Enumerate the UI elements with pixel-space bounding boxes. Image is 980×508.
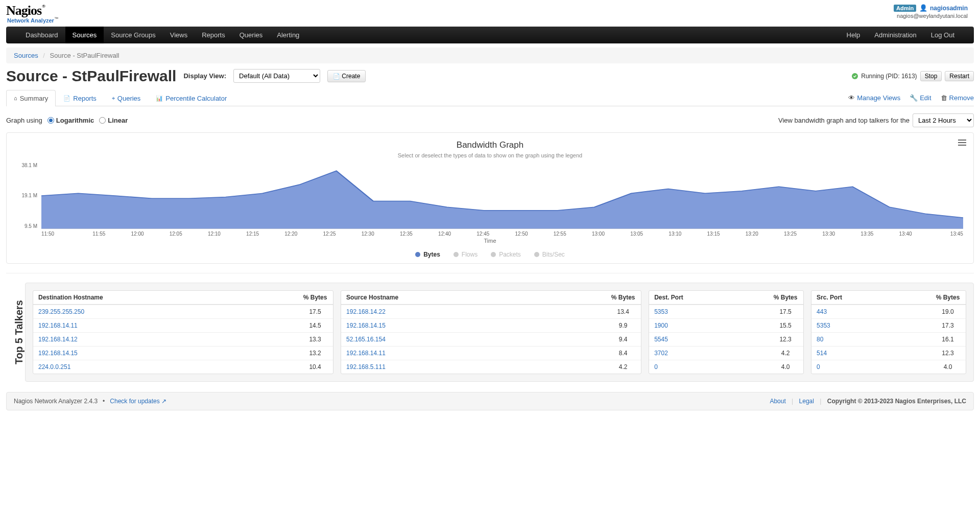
col-header[interactable]: Dest. Port	[649, 291, 768, 304]
product-version: Nagios Network Analyzer 2.4.3	[14, 398, 98, 405]
col-header[interactable]: % Bytes	[297, 291, 333, 304]
nav-item-queries[interactable]: Queries	[232, 27, 270, 43]
tab-percentile-calculator[interactable]: 📊Percentile Calculator	[148, 90, 234, 106]
manage-views-link[interactable]: 👁Manage Views	[848, 94, 900, 102]
col-header[interactable]: Source Hostname	[341, 291, 605, 304]
display-view-label: Display View:	[183, 72, 226, 80]
row-value: 13.4	[605, 305, 641, 318]
col-header[interactable]: % Bytes	[605, 291, 641, 304]
breadcrumb-root[interactable]: Sources	[14, 52, 38, 59]
nav-item-sources[interactable]: Sources	[65, 27, 104, 43]
legend-packets[interactable]: Packets	[491, 251, 521, 258]
row-link[interactable]: 5545	[649, 333, 768, 346]
nav-item-administration[interactable]: Administration	[867, 27, 923, 43]
row-link[interactable]: 0	[649, 360, 768, 374]
stop-button[interactable]: Stop	[920, 71, 942, 81]
row-link[interactable]: 80	[811, 333, 930, 346]
col-header[interactable]: Destination Hostname	[33, 291, 297, 304]
y-tick: 9.5 M	[17, 223, 39, 229]
nav-item-dashboard[interactable]: Dashboard	[18, 27, 65, 43]
tab-reports[interactable]: 📄Reports	[56, 90, 104, 106]
table-row: 192.168.14.118.4	[341, 346, 641, 360]
table-row: 8016.1	[811, 332, 966, 346]
table-row: 190015.5	[649, 318, 803, 332]
x-tick: 11:50	[41, 231, 80, 237]
time-range-select[interactable]: Last 2 Hours	[913, 113, 974, 127]
row-link[interactable]: 239.255.255.250	[33, 305, 297, 318]
nav-item-source-groups[interactable]: Source Groups	[104, 27, 162, 43]
external-link-icon: ↗	[161, 398, 166, 405]
bandwidth-chart-panel: Bandwidth Graph Select or deselect the t…	[6, 132, 974, 264]
row-link[interactable]: 192.168.5.111	[341, 360, 605, 374]
row-value: 19.0	[930, 305, 966, 318]
chart-menu-icon[interactable]	[958, 138, 966, 147]
row-link[interactable]: 192.168.14.15	[341, 319, 605, 332]
row-link[interactable]: 192.168.14.11	[33, 319, 297, 332]
legend-bitssec[interactable]: Bits/Sec	[534, 251, 565, 258]
nav-item-help[interactable]: Help	[840, 27, 868, 43]
about-link[interactable]: About	[770, 398, 785, 405]
table-row: 192.168.14.1213.3	[33, 332, 333, 346]
row-link[interactable]: 224.0.0.251	[33, 360, 297, 374]
row-link[interactable]: 514	[811, 347, 930, 360]
col-header[interactable]: % Bytes	[930, 291, 966, 304]
restart-button[interactable]: Restart	[945, 71, 974, 81]
top-talkers-panel: Destination Hostname% Bytes239.255.255.2…	[25, 283, 974, 382]
display-view-select[interactable]: Default (All Data)	[233, 69, 320, 83]
y-tick: 38.1 M	[17, 163, 39, 168]
row-link[interactable]: 5353	[649, 305, 768, 318]
edit-link[interactable]: 🔧Edit	[910, 94, 931, 102]
row-link[interactable]: 3702	[649, 347, 768, 360]
table-row: 37024.2	[649, 346, 803, 360]
row-link[interactable]: 0	[811, 360, 930, 374]
nav-item-log-out[interactable]: Log Out	[924, 27, 962, 43]
legend-dot-icon	[415, 252, 420, 257]
table-row: 535317.3	[811, 318, 966, 332]
x-tick: 13:15	[694, 231, 732, 237]
status-text: Running (PID: 1613)	[861, 73, 917, 80]
table-row: 51412.3	[811, 346, 966, 360]
radio-icon	[99, 117, 106, 124]
tab-queries[interactable]: ⌖Queries	[104, 90, 149, 106]
row-link[interactable]: 443	[811, 305, 930, 318]
row-link[interactable]: 1900	[649, 319, 768, 332]
legend-bytes[interactable]: Bytes	[415, 251, 440, 258]
row-link[interactable]: 192.168.14.11	[341, 347, 605, 360]
row-link[interactable]: 192.168.14.22	[341, 305, 605, 318]
row-link[interactable]: 52.165.16.154	[341, 333, 605, 346]
row-link[interactable]: 5353	[811, 319, 930, 332]
check-updates-link[interactable]: Check for updates ↗	[110, 398, 166, 405]
row-value: 9.9	[605, 319, 641, 332]
col-header[interactable]: % Bytes	[768, 291, 803, 304]
admin-badge: Admin	[894, 5, 916, 12]
row-link[interactable]: 192.168.14.15	[33, 347, 297, 360]
nav-item-views[interactable]: Views	[163, 27, 195, 43]
chart-title: Bandwidth Graph	[17, 140, 963, 150]
logo[interactable]: Nagios® Network Analyzer™	[6, 4, 58, 24]
row-value: 13.2	[297, 347, 333, 360]
create-button[interactable]: 📄 Create	[327, 70, 366, 82]
chart-subtitle: Select or deselect the types of data to …	[17, 152, 963, 158]
row-value: 16.1	[930, 333, 966, 346]
x-tick: 12:35	[387, 231, 425, 237]
tab-summary[interactable]: ⌂Summary	[6, 90, 56, 106]
col-header[interactable]: Src. Port	[811, 291, 930, 304]
trash-icon: 🗑	[941, 94, 947, 102]
summary-icon: ⌂	[14, 95, 17, 101]
hostname-text: nagios@weylandyutani.local	[894, 13, 968, 19]
nav-item-reports[interactable]: Reports	[195, 27, 232, 43]
legal-link[interactable]: Legal	[799, 398, 814, 405]
x-tick: 12:45	[464, 231, 502, 237]
legend-flows[interactable]: Flows	[453, 251, 477, 258]
remove-link[interactable]: 🗑Remove	[941, 94, 974, 102]
table-row: 239.255.255.25017.5	[33, 305, 333, 318]
radio-logarithmic[interactable]: Logarithmic	[47, 117, 94, 124]
username-link[interactable]: nagiosadmin	[930, 5, 968, 12]
x-tick: 13:25	[771, 231, 809, 237]
nav-item-alerting[interactable]: Alerting	[270, 27, 306, 43]
x-axis-title: Time	[17, 238, 963, 244]
chart-plot[interactable]	[41, 163, 963, 229]
table-row: 192.168.14.2213.4	[341, 305, 641, 318]
radio-linear[interactable]: Linear	[99, 117, 128, 124]
row-link[interactable]: 192.168.14.12	[33, 333, 297, 346]
